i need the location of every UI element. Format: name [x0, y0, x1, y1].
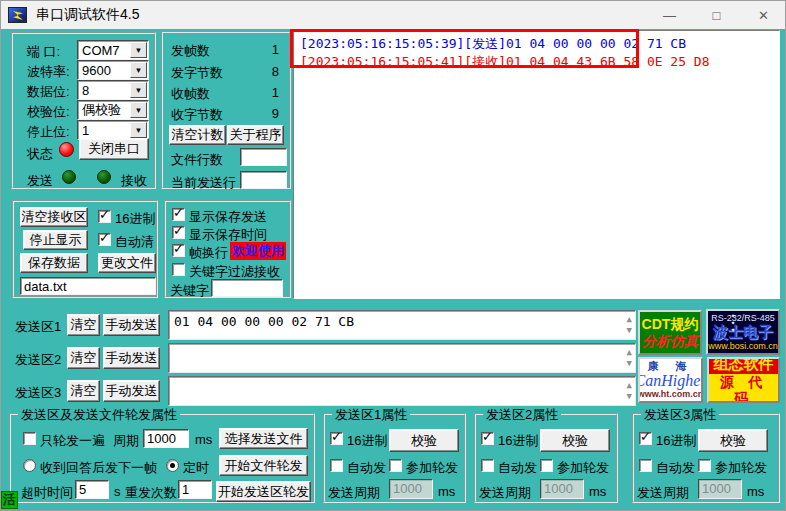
change-file-button[interactable]: 更改文件 — [98, 253, 156, 273]
tx-label: 发送 — [27, 172, 53, 190]
send-area-1-input[interactable]: 01 04 00 00 00 02 71 CB ▲ ▼ — [168, 310, 636, 340]
send-area-3-input[interactable]: ▲ ▼ — [168, 376, 636, 406]
retry-field[interactable]: 1 — [178, 480, 212, 499]
maximize-icon[interactable]: □ — [693, 1, 740, 29]
port-settings-panel: 端 口: COM7 ▼ 波特率: 9600 ▼ 数据位: 8 ▼ 校验位: 偶校… — [11, 32, 156, 189]
frame-wrap-checkbox[interactable]: ✓ — [172, 244, 185, 257]
file-lines-field[interactable] — [240, 148, 287, 166]
send-area-3-props-title: 发送区3属性 — [641, 406, 719, 424]
databits-label: 数据位: — [27, 83, 70, 101]
scroll-up-icon[interactable]: ▲ — [627, 348, 632, 357]
close-icon[interactable]: ✕ — [740, 1, 786, 29]
keyword-field[interactable] — [211, 279, 283, 297]
auto-clear-checkbox[interactable]: ✓ — [98, 233, 111, 246]
clear-count-button[interactable]: 清空计数 — [169, 125, 226, 145]
show-save-send-label: 显示保存发送 — [189, 208, 267, 226]
welcome-badge: 欢迎使用 — [230, 242, 286, 260]
auto-send-checkbox[interactable] — [481, 459, 494, 472]
hex-checkbox[interactable]: ✓ — [639, 432, 652, 445]
hex-checkbox[interactable]: ✓ — [330, 432, 343, 445]
stopbits-select[interactable]: 1 ▼ — [77, 120, 149, 140]
verify-button[interactable]: 校验 — [698, 429, 768, 452]
join-loop-checkbox[interactable] — [540, 459, 553, 472]
chevron-down-icon[interactable]: ▼ — [130, 62, 147, 78]
scroll-down-icon[interactable]: ▼ — [627, 359, 632, 368]
tx-bytes-label: 发字节数 — [171, 64, 223, 82]
about-button[interactable]: 关于程序 — [227, 125, 284, 145]
rx-bytes-label: 收字节数 — [171, 106, 223, 124]
close-port-button[interactable]: 关闭串口 — [79, 138, 149, 160]
port-label: 端 口: — [27, 43, 60, 61]
answer-mode-radio[interactable] — [23, 459, 36, 472]
loop-once-checkbox[interactable] — [23, 432, 36, 445]
answer-mode-label: 收到回答后发下一帧 — [40, 459, 157, 477]
chevron-down-icon[interactable]: ▼ — [130, 42, 147, 58]
chevron-down-icon[interactable]: ▼ — [130, 82, 147, 98]
scroll-down-icon[interactable]: ▼ — [627, 326, 632, 335]
frame-wrap-label: 帧换行 — [189, 244, 228, 262]
show-save-send-checkbox[interactable]: ✓ — [172, 208, 185, 221]
loop-once-label: 只轮发一遍 — [40, 432, 105, 450]
check-icon: ✓ — [173, 223, 184, 238]
chevron-down-icon[interactable]: ▼ — [130, 102, 147, 118]
stop-display-button[interactable]: 停止显示 — [23, 230, 88, 250]
rx-label: 接收 — [121, 172, 147, 190]
join-loop-checkbox[interactable] — [698, 459, 711, 472]
ime-indicator[interactable]: 活 — [1, 491, 18, 509]
send-area-2-label: 发送区2 — [15, 351, 61, 369]
send-area-1-props-groupbox: 发送区1属性 ✓ 16进制 校验 自动发 参加轮发 发送周期 1000 ms — [323, 413, 466, 503]
hex-label: 16进制 — [498, 432, 538, 450]
port-select[interactable]: COM7 ▼ — [77, 40, 149, 60]
select-send-file-button[interactable]: 选择发送文件 — [219, 428, 308, 449]
databits-select[interactable]: 8 ▼ — [77, 80, 149, 100]
show-save-time-checkbox[interactable]: ✓ — [172, 226, 185, 239]
verify-button[interactable]: 校验 — [389, 429, 459, 452]
send-area-3-clear-button[interactable]: 清空 — [67, 380, 100, 402]
timer-mode-radio[interactable] — [166, 459, 179, 472]
hex-label: 16进制 — [656, 432, 696, 450]
send-period-label: 发送周期 — [328, 484, 380, 502]
join-loop-checkbox[interactable] — [389, 459, 402, 472]
check-icon: ✓ — [173, 205, 184, 220]
stopbits-label: 停止位: — [27, 123, 70, 141]
check-icon: ✓ — [99, 207, 110, 222]
auto-send-checkbox[interactable] — [639, 459, 652, 472]
clear-receive-button[interactable]: 清空接收区 — [20, 207, 88, 227]
auto-send-checkbox[interactable] — [330, 459, 343, 472]
verify-button[interactable]: 校验 — [540, 429, 610, 452]
current-send-field[interactable] — [240, 171, 287, 189]
send-area-2-manual-button[interactable]: 手动发送 — [103, 347, 160, 369]
loop-period-field[interactable]: 1000 — [143, 429, 189, 448]
loop-period-label: 周期 — [113, 432, 139, 450]
scroll-up-icon[interactable]: ▲ — [627, 381, 632, 390]
send-area-3-label: 发送区3 — [15, 384, 61, 402]
send-area-1-clear-button[interactable]: 清空 — [67, 314, 100, 336]
start-file-loop-button[interactable]: 开始文件轮发 — [219, 455, 308, 476]
keyword-filter-checkbox[interactable] — [172, 263, 185, 276]
parity-select[interactable]: 偶校验 ▼ — [77, 100, 149, 120]
current-send-label: 当前发送行 — [171, 174, 236, 192]
baud-select[interactable]: 9600 ▼ — [77, 60, 149, 80]
receive-log-area[interactable]: [2023:05:16:15:05:39][发送]01 04 00 00 00 … — [293, 30, 780, 299]
hex-checkbox[interactable]: ✓ — [481, 432, 494, 445]
save-data-button[interactable]: 保存数据 — [20, 253, 88, 273]
scroll-up-icon[interactable]: ▲ — [627, 315, 632, 324]
check-icon: ✓ — [482, 429, 493, 444]
start-area-loop-button[interactable]: 开始发送区轮发 — [216, 481, 311, 502]
rx-bytes-value: 9 — [272, 106, 279, 121]
chevron-down-icon[interactable]: ▼ — [130, 122, 147, 138]
send-area-1-manual-button[interactable]: 手动发送 — [103, 314, 160, 336]
save-filename-field[interactable]: data.txt — [20, 277, 156, 295]
send-period-label: 发送周期 — [637, 484, 689, 502]
send-area-2-clear-button[interactable]: 清空 — [67, 347, 100, 369]
counters-panel: 发帧数 1 发字节数 8 收帧数 1 收字节数 9 清空计数 关于程序 文件行数… — [161, 31, 291, 189]
minimize-icon[interactable]: — — [646, 1, 693, 29]
send-area-2-input[interactable]: ▲ ▼ — [168, 343, 636, 373]
timeout-field[interactable]: 5 — [75, 480, 109, 499]
timer-mode-label: 定时 — [183, 459, 209, 477]
send-area-3-manual-button[interactable]: 手动发送 — [103, 380, 160, 402]
auto-send-label: 自动发 — [656, 459, 695, 477]
scroll-down-icon[interactable]: ▼ — [627, 392, 632, 401]
hex-display-checkbox[interactable]: ✓ — [98, 210, 111, 223]
send-period-label: 发送周期 — [479, 484, 531, 502]
